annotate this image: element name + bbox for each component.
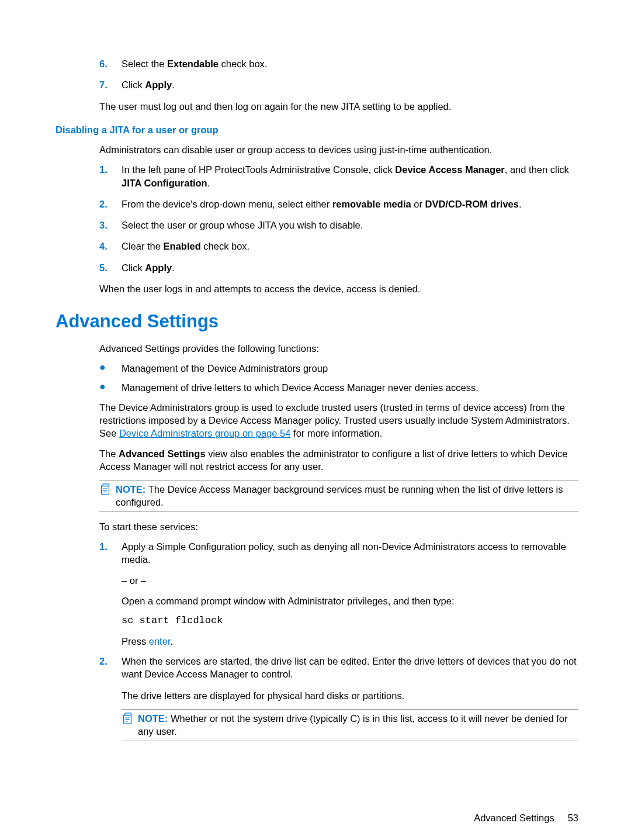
note-icon — [122, 712, 134, 725]
bullet-text: Management of the Device Administrators … — [122, 362, 328, 375]
text: Press — [122, 636, 149, 647]
text: The Device Access Manager background ser… — [116, 484, 563, 507]
note-callout: NOTE: Whether or not the system drive (t… — [122, 709, 578, 741]
page-footer: Advanced Settings 53 — [56, 811, 578, 824]
step-body: Click Apply. — [122, 78, 578, 91]
key-enter: enter — [149, 636, 171, 647]
text: check box. — [201, 241, 249, 251]
bold: DVD/CD-ROM drives — [425, 199, 518, 209]
step-number: 2. — [99, 198, 122, 210]
step-2: 2. From the device's drop-down menu, sel… — [99, 198, 578, 210]
step-body: Click Apply. — [122, 261, 578, 274]
step-body: Select the user or group whose JITA you … — [122, 219, 578, 231]
step-body: Clear the Enabled check box. — [122, 240, 578, 253]
or-separator: – or – — [122, 574, 578, 587]
bold: Enabled — [164, 241, 201, 251]
paragraph: To start these services: — [99, 520, 578, 533]
bold: Apply — [145, 262, 172, 273]
step-number: 5. — [99, 261, 122, 274]
step-body: From the device's drop-down menu, select… — [122, 198, 578, 210]
step-7: 7. Click Apply. — [99, 78, 578, 91]
step-2: 2. When the services are started, the dr… — [99, 655, 578, 681]
step-number: 1. — [99, 540, 122, 566]
step-number: 1. — [99, 163, 122, 189]
step-number: 6. — [99, 57, 122, 70]
paragraph: The Device Administrators group is used … — [99, 401, 578, 440]
bold: Apply — [145, 79, 172, 90]
text: In the left pane of HP ProtectTools Admi… — [122, 164, 395, 175]
bullet-text: Management of drive letters to which Dev… — [122, 381, 479, 394]
code-command: sc start flcdlock — [122, 614, 578, 628]
heading-advanced-settings: Advanced Settings — [56, 309, 578, 334]
text: check box. — [219, 58, 267, 69]
step-number: 2. — [99, 655, 122, 681]
text: or — [411, 199, 425, 209]
bullet-icon: ● — [99, 362, 122, 375]
step-number: 4. — [99, 240, 122, 253]
step-body: Select the Extendable check box. — [122, 57, 578, 70]
step-5: 5. Click Apply. — [99, 261, 578, 274]
step-body: Apply a Simple Configuration policy, suc… — [122, 540, 578, 566]
text: for more information. — [290, 428, 382, 438]
step-4: 4. Clear the Enabled check box. — [99, 240, 578, 253]
bold: Extendable — [167, 58, 219, 69]
text: . — [172, 262, 175, 273]
note-text: NOTE: Whether or not the system drive (t… — [138, 712, 578, 738]
paragraph: Administrators can disable user or group… — [99, 143, 578, 156]
note-text: NOTE: The Device Access Manager backgrou… — [116, 483, 578, 509]
text: From the device's drop-down menu, select… — [122, 199, 332, 209]
paragraph: Press enter. — [122, 635, 578, 648]
step-6: 6. Select the Extendable check box. — [99, 57, 578, 70]
step-body: In the left pane of HP ProtectTools Admi… — [122, 163, 578, 189]
step-number: 3. — [99, 219, 122, 231]
step-number: 7. — [99, 78, 122, 91]
text: Clear the — [122, 241, 164, 251]
bullet-icon: ● — [99, 381, 122, 394]
bullet-item: ● Management of the Device Administrator… — [99, 362, 578, 375]
text: . — [519, 199, 522, 209]
step-1: 1. In the left pane of HP ProtectTools A… — [99, 163, 578, 189]
bold: removable media — [332, 199, 411, 209]
step-1: 1. Apply a Simple Configuration policy, … — [99, 540, 578, 566]
text: . — [207, 178, 210, 188]
text: Whether or not the system drive (typical… — [138, 713, 567, 737]
text: . — [172, 79, 175, 90]
link-device-admin-group[interactable]: Device Administrators group on page 54 — [119, 428, 291, 438]
note-icon — [99, 483, 112, 496]
bold: Device Access Manager — [395, 164, 504, 175]
paragraph: The Advanced Settings view also enables … — [99, 447, 578, 473]
paragraph: When the user logs in and attempts to ac… — [99, 282, 578, 295]
text: Select the — [122, 58, 167, 69]
text: , and then click — [505, 164, 569, 175]
text: . — [170, 636, 173, 647]
bullet-item: ● Management of drive letters to which D… — [99, 381, 578, 394]
footer-section: Advanced Settings — [474, 813, 554, 823]
step-3: 3. Select the user or group whose JITA y… — [99, 219, 578, 231]
paragraph: The drive letters are displayed for phys… — [122, 689, 578, 702]
step-body: When the services are started, the drive… — [122, 655, 578, 681]
bold: Advanced Settings — [119, 448, 206, 459]
note-callout: NOTE: The Device Access Manager backgrou… — [99, 480, 578, 512]
note-label: NOTE: — [138, 713, 168, 724]
paragraph: The user must log out and then log on ag… — [99, 100, 578, 113]
text: Click — [122, 79, 145, 90]
heading-disabling-jita: Disabling a JITA for a user or group — [56, 123, 578, 136]
bold: JITA Configuration — [122, 178, 207, 188]
text: Click — [122, 262, 145, 273]
note-label: NOTE: — [116, 484, 145, 495]
text: The — [99, 448, 119, 459]
paragraph: Open a command prompt window with Admini… — [122, 594, 578, 607]
footer-page-number: 53 — [568, 813, 578, 823]
paragraph: Advanced Settings provides the following… — [99, 342, 578, 355]
